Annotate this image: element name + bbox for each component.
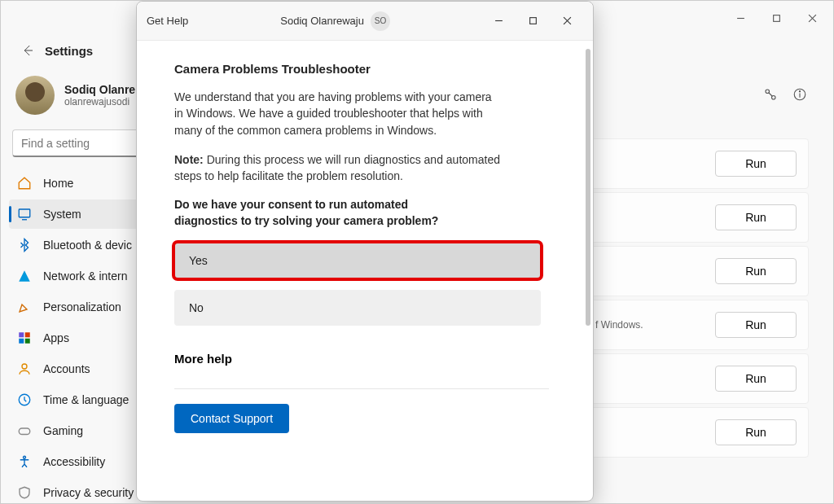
- gethelp-maximize-button[interactable]: [516, 9, 549, 33]
- system-icon: [17, 207, 32, 221]
- accessibility-icon: [17, 454, 32, 469]
- nav-label: Accounts: [43, 362, 90, 375]
- nav-label: Network & intern: [43, 270, 127, 283]
- gaming-icon: [17, 423, 32, 438]
- accounts-icon: [17, 362, 32, 376]
- svg-rect-13: [19, 428, 30, 435]
- gethelp-user-name: Sodiq Olanrewaju: [280, 15, 364, 27]
- gethelp-app-title: Get Help: [147, 15, 188, 27]
- option-no[interactable]: No: [174, 290, 541, 326]
- nav-label: Bluetooth & devic: [43, 239, 132, 252]
- nav-label: Privacy & security: [43, 486, 134, 499]
- svg-rect-7: [19, 332, 24, 337]
- page-header-icons: [763, 87, 807, 105]
- more-help-heading: More help: [174, 352, 559, 366]
- profile-name: Sodiq Olanre: [64, 83, 135, 96]
- troubleshooter-heading: Camera Problems Troubleshooter: [174, 62, 559, 76]
- contact-support-button[interactable]: Contact Support: [174, 404, 289, 433]
- contact-support-label: Contact Support: [191, 412, 273, 425]
- privacy-icon: [17, 485, 32, 500]
- svg-rect-9: [19, 339, 24, 344]
- run-button[interactable]: Run: [715, 419, 797, 445]
- svg-rect-10: [25, 339, 30, 344]
- maximize-button[interactable]: [760, 6, 792, 30]
- troubleshooter-note: Note: During this process we will run di…: [174, 151, 500, 185]
- gethelp-minimize-button[interactable]: [482, 9, 515, 33]
- personalization-icon: [17, 300, 32, 314]
- bluetooth-icon: [17, 238, 32, 252]
- nav-label: Gaming: [43, 424, 83, 437]
- svg-rect-21: [529, 18, 536, 24]
- nav-label: Accessibility: [43, 455, 105, 468]
- search-placeholder: Find a setting: [21, 137, 90, 150]
- svg-rect-8: [25, 332, 30, 337]
- option-yes-label: Yes: [189, 254, 208, 267]
- settings-title: Settings: [45, 44, 93, 58]
- option-no-label: No: [189, 301, 204, 314]
- profile-email: olanrewajusodi: [64, 96, 135, 107]
- avatar: [15, 76, 55, 115]
- run-button[interactable]: Run: [715, 151, 797, 177]
- run-button[interactable]: Run: [715, 312, 797, 338]
- svg-rect-1: [773, 15, 779, 21]
- troubleshooter-intro: We understand that you are having proble…: [174, 89, 500, 138]
- nav-label: Personalization: [43, 300, 121, 313]
- run-button[interactable]: Run: [715, 204, 797, 230]
- nav-label: System: [43, 208, 81, 221]
- link-icon[interactable]: [763, 87, 778, 105]
- option-yes[interactable]: Yes: [174, 243, 541, 278]
- consent-question: Do we have your consent to run automated…: [174, 197, 467, 229]
- scrollbar-thumb[interactable]: [586, 49, 590, 326]
- gethelp-window: Get Help Sodiq Olanrewaju SO Camera Prob…: [136, 1, 594, 502]
- run-button[interactable]: Run: [715, 366, 797, 392]
- divider: [174, 388, 549, 389]
- svg-point-14: [24, 456, 26, 458]
- network-icon: [17, 269, 32, 283]
- nav-label: Apps: [43, 331, 69, 344]
- home-icon: [17, 176, 32, 191]
- gethelp-user: Sodiq Olanrewaju SO: [188, 11, 482, 31]
- gethelp-close-button[interactable]: [551, 9, 583, 33]
- svg-rect-5: [19, 209, 30, 217]
- gethelp-titlebar: Get Help Sodiq Olanrewaju SO: [137, 2, 593, 41]
- gethelp-body: Camera Problems Troubleshooter We unders…: [137, 41, 593, 501]
- info-icon[interactable]: [792, 87, 807, 105]
- back-button[interactable]: [15, 38, 40, 63]
- gethelp-user-initials: SO: [371, 11, 390, 31]
- row-text-fragment: f Windows.: [595, 319, 643, 331]
- time-icon: [17, 392, 32, 407]
- note-body: During this process we will run diagnost…: [174, 153, 500, 182]
- apps-icon: [17, 331, 32, 345]
- run-button[interactable]: Run: [715, 258, 797, 284]
- minimize-button[interactable]: [724, 6, 757, 30]
- nav-label: Time & language: [43, 393, 129, 406]
- note-label: Note:: [174, 153, 204, 166]
- close-button[interactable]: [796, 6, 828, 30]
- svg-point-11: [22, 364, 27, 369]
- nav-label: Home: [43, 177, 73, 190]
- svg-point-19: [799, 91, 800, 92]
